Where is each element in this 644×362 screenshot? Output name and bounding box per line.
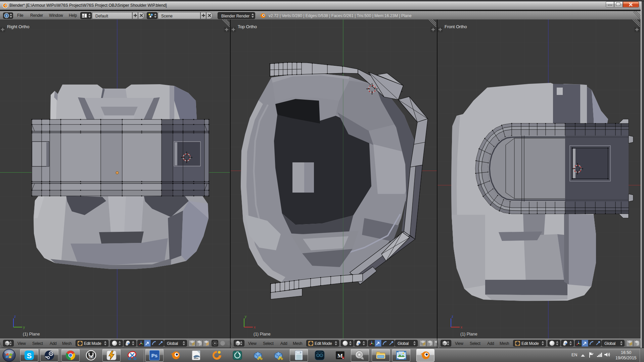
svg-text:S: S (27, 352, 32, 360)
svg-text:(1) Plane: (1) Plane (23, 332, 40, 337)
svg-text:Top Ortho: Top Ortho (238, 24, 257, 29)
svg-text:x: x (461, 325, 462, 329)
svg-text:i: i (6, 14, 7, 17)
svg-text:Front Ortho: Front Ortho (445, 24, 467, 29)
svg-text:(1) Plane: (1) Plane (460, 332, 477, 337)
svg-text:(1) Plane: (1) Plane (254, 332, 271, 337)
svg-text:Ps: Ps (151, 353, 157, 358)
svg-text:BLE: BLE (89, 356, 93, 358)
svg-text:y: y (23, 325, 25, 329)
svg-text:y: y (245, 315, 246, 318)
svg-text:8: 8 (300, 352, 301, 354)
svg-text:x: x (254, 325, 256, 329)
svg-text:Right Ortho: Right Ortho (7, 24, 29, 29)
svg-text:m: m (342, 357, 344, 359)
svg-text:z: z (452, 315, 453, 318)
svg-text:z: z (14, 315, 16, 318)
